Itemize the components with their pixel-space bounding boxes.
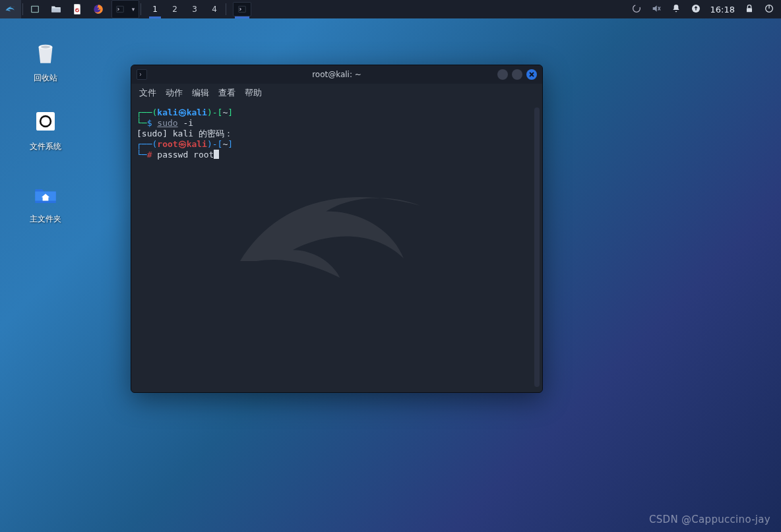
chevron-down-icon[interactable]: ▾ <box>128 6 139 13</box>
workspace-label: 3 <box>192 5 197 14</box>
svg-point-7 <box>633 5 640 12</box>
updates-icon[interactable] <box>691 3 701 16</box>
prompt-at: ㉿ <box>178 107 187 117</box>
separator <box>22 3 23 15</box>
workspace-label: 4 <box>212 5 217 14</box>
prompt-host: kali <box>187 139 207 149</box>
separator <box>141 3 141 15</box>
clock[interactable]: 16:18 <box>710 5 735 15</box>
svg-rect-0 <box>32 6 39 12</box>
workspace-4[interactable]: 4 <box>204 0 224 18</box>
desktop-trash[interactable]: 回收站 <box>16 37 75 84</box>
desktop-icon-label: 文件系统 <box>16 141 75 152</box>
prompt-decor: )-[ <box>207 107 222 117</box>
prompt-symbol: $ <box>147 118 152 128</box>
workspace-label: 2 <box>172 5 177 14</box>
scrollbar[interactable] <box>534 107 540 387</box>
svg-rect-1 <box>51 9 61 13</box>
workspace-switcher: 1 2 3 4 <box>145 0 224 18</box>
loading-icon[interactable] <box>631 3 642 16</box>
close-button[interactable] <box>526 69 537 80</box>
file-manager-icon[interactable] <box>46 0 67 18</box>
menu-edit[interactable]: 编辑 <box>192 87 209 99</box>
workspace-label: 1 <box>152 5 158 14</box>
terminal-title: root@kali: ~ <box>131 70 542 79</box>
panel-left: ▾ 1 2 3 4 <box>0 0 251 18</box>
window-list-icon[interactable] <box>24 0 46 18</box>
top-panel: ▾ 1 2 3 4 16:18 <box>0 0 781 18</box>
terminal-icon <box>112 5 128 14</box>
desktop-home[interactable]: 主文件夹 <box>16 178 75 225</box>
terminal-menubar: 文件 动作 编辑 查看 帮助 <box>131 84 542 102</box>
workspace-2[interactable]: 2 <box>165 0 185 18</box>
filesystem-icon <box>30 105 61 137</box>
workspace-3[interactable]: 3 <box>185 0 204 18</box>
desktop-icon-label: 主文件夹 <box>16 214 75 225</box>
desktop-filesystem[interactable]: 文件系统 <box>16 105 75 152</box>
terminal-body[interactable]: ┌──(kali㉿kali)-[~] └─$ sudo -i [sudo] ka… <box>131 102 542 392</box>
terminal-launcher[interactable]: ▾ <box>111 0 139 18</box>
prompt-decor: └─ <box>137 118 147 128</box>
svg-rect-9 <box>747 8 752 12</box>
kali-menu-icon[interactable] <box>0 0 21 18</box>
menu-file[interactable]: 文件 <box>139 87 156 99</box>
menu-actions[interactable]: 动作 <box>166 87 183 99</box>
cmd-passwd: passwd root <box>157 150 214 160</box>
watermark: CSDN @Cappuccino-jay <box>649 514 770 525</box>
svg-rect-14 <box>36 112 55 131</box>
separator <box>226 3 226 15</box>
prompt-decor: └─ <box>137 150 147 160</box>
prompt-symbol: # <box>147 150 152 160</box>
prompt-decor: )-[ <box>207 139 222 149</box>
trash-icon <box>30 37 61 69</box>
prompt-decor: ] <box>228 107 233 117</box>
prompt-at: ㉿ <box>178 139 187 149</box>
taskbar-terminal-icon[interactable] <box>233 2 251 16</box>
panel-right: 16:18 <box>631 0 781 18</box>
window-controls <box>497 69 537 80</box>
cmd-args: -i <box>178 118 193 128</box>
home-folder-icon <box>30 178 61 210</box>
maximize-button[interactable] <box>512 69 522 80</box>
terminal-titlebar[interactable]: root@kali: ~ <box>131 65 542 84</box>
cursor <box>214 150 219 159</box>
sudo-prompt-line: [sudo] kali 的密码： <box>137 129 233 138</box>
menu-view[interactable]: 查看 <box>218 87 235 99</box>
workspace-1[interactable]: 1 <box>145 0 165 18</box>
terminal-title-icon <box>137 69 147 80</box>
prompt-host: kali <box>187 107 207 117</box>
prompt-decor: ┌──( <box>137 107 157 117</box>
svg-point-13 <box>41 45 50 48</box>
prompt-user: root <box>157 139 177 149</box>
terminal-window[interactable]: root@kali: ~ 文件 动作 编辑 查看 帮助 ┌──(kali㉿kal… <box>131 65 543 393</box>
firefox-icon[interactable] <box>88 0 109 18</box>
terminal-content[interactable]: ┌──(kali㉿kali)-[~] └─$ sudo -i [sudo] ka… <box>137 107 533 387</box>
menu-help[interactable]: 帮助 <box>245 87 262 99</box>
prompt-decor: ] <box>228 139 233 149</box>
notifications-icon[interactable] <box>671 3 681 16</box>
svg-rect-5 <box>117 6 124 12</box>
volume-muted-icon[interactable] <box>651 3 662 16</box>
prompt-user: kali <box>157 107 177 117</box>
text-editor-icon[interactable] <box>67 0 88 18</box>
lock-icon[interactable] <box>744 3 755 16</box>
svg-rect-6 <box>239 6 246 12</box>
power-icon[interactable] <box>764 3 774 16</box>
cmd-sudo: sudo <box>157 118 177 128</box>
desktop-icon-label: 回收站 <box>16 73 75 84</box>
minimize-button[interactable] <box>497 69 508 80</box>
prompt-decor: ┌──( <box>137 139 157 149</box>
